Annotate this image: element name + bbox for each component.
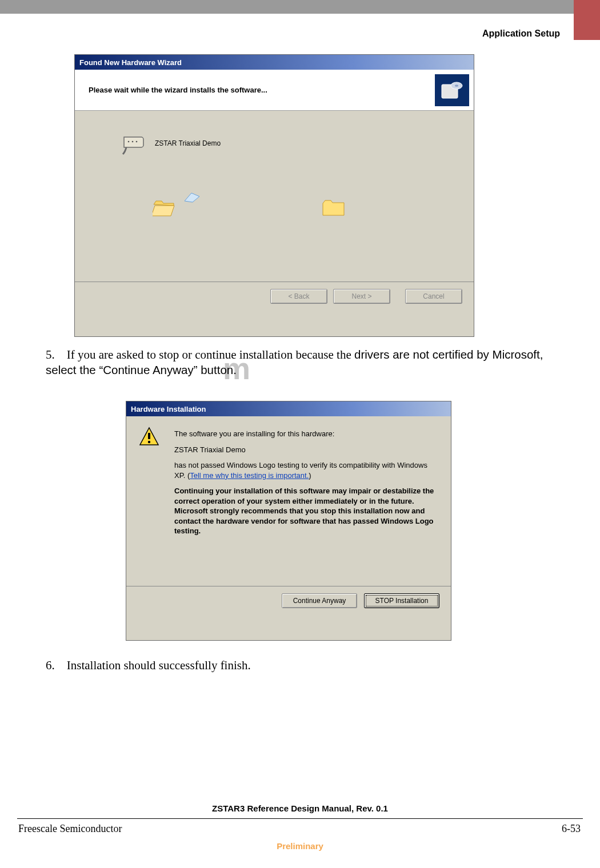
svg-point-4 (132, 141, 134, 143)
svg-point-7 (148, 441, 150, 443)
hardware-installation-dialog: Hardware Installation The software you a… (126, 401, 451, 641)
install-cd-icon (435, 74, 469, 106)
warning-separator (126, 586, 451, 586)
back-button[interactable]: < Back (270, 289, 327, 304)
svg-point-2 (455, 85, 458, 87)
wizard-titlebar: Found New Hardware Wizard (75, 55, 474, 70)
closed-folder-icon (322, 199, 346, 218)
warning-body: The software you are installing for this… (126, 416, 451, 615)
warning-bold-block: Continuing your installation of this sof… (174, 486, 437, 536)
step-6-text: Installation should successfully finish. (67, 658, 251, 672)
warning-button-row: Continue Anyway STOP Installation (282, 593, 439, 608)
wizard-header-bar: Please wait while the wizard installs th… (75, 70, 474, 111)
step-5: 5. If you are asked to stop or continue … (46, 347, 560, 379)
step-6: 6. Installation should successfully fini… (46, 658, 251, 673)
wizard-dialog: Found New Hardware Wizard Please wait wh… (74, 54, 474, 337)
footer-company: Freescale Semiconductor (18, 823, 122, 835)
continue-anyway-button[interactable]: Continue Anyway (282, 593, 357, 608)
footer-page-number: 6-53 (562, 823, 581, 835)
next-button[interactable]: Next > (333, 289, 390, 304)
footer-rule (17, 818, 583, 819)
open-folder-icon (153, 199, 177, 218)
warning-line2: has not passed Windows Logo testing to v… (174, 460, 437, 480)
warning-device: ZSTAR Triaxial Demo (174, 445, 437, 455)
wizard-button-row: < Back Next > Cancel (270, 289, 462, 304)
wizard-separator (75, 282, 474, 282)
top-gray-bar (0, 0, 600, 14)
warning-titlebar: Hardware Installation (126, 401, 451, 416)
flying-file-icon (183, 191, 201, 203)
serial-port-icon (121, 134, 149, 158)
footer-preliminary: Preliminary (0, 841, 600, 851)
svg-rect-6 (148, 433, 150, 439)
step-5-number: 5. (46, 348, 55, 361)
warning-triangle-icon (139, 427, 159, 447)
footer-title: ZSTAR3 Reference Design Manual, Rev. 0.1 (0, 803, 600, 813)
stop-installation-button[interactable]: STOP Installation (364, 593, 439, 608)
red-page-tab (574, 0, 600, 40)
warning-text: The software you are installing for this… (174, 429, 437, 536)
warning-line1: The software you are installing for this… (174, 429, 437, 439)
wizard-title: Found New Hardware Wizard (79, 58, 182, 67)
warning-title: Hardware Installation (131, 405, 206, 413)
svg-point-5 (136, 141, 138, 143)
step-6-number: 6. (46, 658, 55, 672)
section-header: Application Setup (482, 29, 560, 39)
logo-testing-link[interactable]: Tell me why this testing is important. (190, 471, 309, 480)
wizard-device-name: ZSTAR Triaxial Demo (155, 139, 221, 147)
svg-point-3 (128, 141, 130, 143)
wizard-body: ZSTAR Triaxial Demo < Back Next > Cancel (75, 111, 474, 311)
wizard-heading: Please wait while the wizard installs th… (89, 86, 267, 94)
cancel-button[interactable]: Cancel (405, 289, 462, 304)
step-5-text-a: If you are asked to stop or continue ins… (67, 348, 354, 361)
